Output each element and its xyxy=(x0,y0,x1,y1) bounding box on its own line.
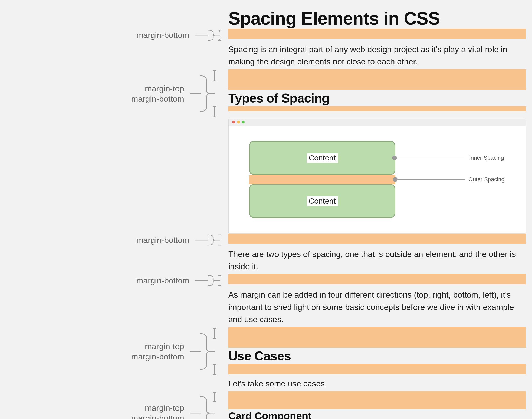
annotation-label: margin-top margin-bottom xyxy=(131,341,184,362)
margin-highlight xyxy=(228,327,526,348)
annotation-margin-top-bottom-3: margin-top margin-bottom xyxy=(131,391,222,419)
margin-highlight xyxy=(228,391,526,409)
connector-line xyxy=(396,158,465,158)
heading-use-cases: Use Cases xyxy=(228,348,526,364)
page: Spacing Elements in CSS margin-bottom Sp… xyxy=(0,0,532,419)
window-zoom-icon xyxy=(242,121,245,123)
margin-highlight xyxy=(228,29,526,39)
bracket-icon xyxy=(189,327,222,376)
label-line-2: margin-bottom xyxy=(131,413,184,419)
annotation-label: margin-bottom xyxy=(136,275,189,286)
label-line-2: margin-bottom xyxy=(131,94,184,104)
heading-card-component: Card Component xyxy=(228,409,526,419)
annotation-margin-top-bottom-2: margin-top margin-bottom xyxy=(131,327,222,376)
annotation-margin-top-bottom-1: margin-top margin-bottom xyxy=(131,69,222,118)
connector-line xyxy=(395,179,465,180)
bracket-icon xyxy=(189,69,222,118)
content-label: Content xyxy=(307,153,338,163)
figure-label-inner: Inner Spacing xyxy=(469,155,504,161)
outer-spacing-gap: Outer Spacing xyxy=(249,175,395,184)
margin-highlight xyxy=(228,106,526,111)
content-label: Content xyxy=(307,196,338,206)
annotation-label: margin-top margin-bottom xyxy=(131,403,184,419)
paragraph-two-types: There are two types of spacing, one that… xyxy=(228,246,526,274)
intro-paragraph: Spacing is an integral part of any web d… xyxy=(228,42,526,69)
annotation-margin-bottom-3: margin-bottom xyxy=(136,274,222,287)
window-chrome xyxy=(229,119,526,126)
bracket-icon xyxy=(189,391,222,419)
bracket-icon xyxy=(194,29,222,42)
figure-spacing-types: Content Inner Spacing Outer Spacing Cont… xyxy=(228,119,526,234)
annotation-margin-bottom-2: margin-bottom xyxy=(136,234,222,246)
paragraph-use-cases-intro: Let's take some use cases! xyxy=(228,376,526,391)
label-line-1: margin-top xyxy=(131,341,184,351)
margin-highlight xyxy=(228,274,526,284)
label-line-2: margin-bottom xyxy=(131,351,184,362)
bracket-icon xyxy=(194,234,222,246)
margin-highlight xyxy=(228,69,526,90)
bracket-icon xyxy=(194,274,222,287)
figure-label-outer: Outer Spacing xyxy=(468,176,505,183)
annotation-label: margin-bottom xyxy=(136,235,189,245)
annotation-label: margin-bottom xyxy=(136,30,189,40)
paragraph-margin-directions: As margin can be added in four different… xyxy=(228,287,526,327)
inner-spacing-box: Content Inner Spacing xyxy=(249,141,395,175)
label-line-1: margin-top xyxy=(131,83,184,94)
annotation-margin-bottom-1: margin-bottom xyxy=(136,29,222,42)
margin-highlight xyxy=(228,234,526,244)
annotation-label: margin-top margin-bottom xyxy=(131,83,184,104)
label-line-1: margin-top xyxy=(131,403,184,413)
content-box-2: Content xyxy=(249,184,395,218)
article-title: Spacing Elements in CSS xyxy=(228,8,526,29)
heading-types-of-spacing: Types of Spacing xyxy=(228,90,526,106)
window-close-icon xyxy=(232,121,235,123)
window-minimize-icon xyxy=(237,121,240,123)
margin-highlight xyxy=(228,364,526,374)
